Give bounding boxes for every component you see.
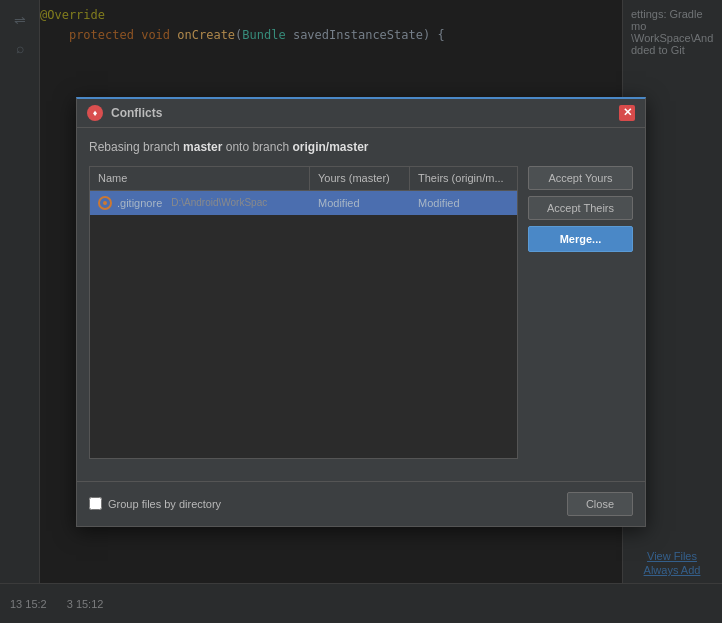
dialog-content: Name Yours (master) Theirs (origin/m... …	[89, 166, 633, 459]
dialog-title-left: ♦ Conflicts	[87, 105, 162, 121]
th-yours: Yours (master)	[310, 167, 410, 190]
dialog-titlebar: ♦ Conflicts ✕	[77, 99, 645, 128]
file-name: .gitignore	[117, 197, 162, 209]
file-path: D:\Android\WorkSpac	[171, 197, 267, 208]
accept-theirs-button[interactable]: Accept Theirs	[528, 196, 633, 220]
dialog-body: Rebasing branch master onto branch origi…	[77, 128, 645, 471]
dialog-title-text: Conflicts	[111, 106, 162, 120]
accept-yours-button[interactable]: Accept Yours	[528, 166, 633, 190]
conflicts-dialog: ♦ Conflicts ✕ Rebasing branch master ont…	[76, 97, 646, 527]
modal-overlay: ♦ Conflicts ✕ Rebasing branch master ont…	[0, 0, 722, 623]
th-name: Name	[90, 167, 310, 190]
desc-middle: onto branch	[222, 140, 292, 154]
table-header: Name Yours (master) Theirs (origin/m...	[90, 167, 517, 191]
close-dialog-button[interactable]: Close	[567, 492, 633, 516]
td-theirs-value: Modified	[410, 194, 517, 212]
action-buttons: Accept Yours Accept Theirs Merge...	[528, 166, 633, 459]
group-files-checkbox-group: Group files by directory	[89, 497, 221, 510]
merge-button[interactable]: Merge...	[528, 226, 633, 252]
branch-yours: master	[183, 140, 222, 154]
desc-prefix: Rebasing branch	[89, 140, 183, 154]
dialog-footer: Group files by directory Close	[77, 481, 645, 526]
conflict-file-icon	[98, 196, 112, 210]
table-body: .gitignore D:\Android\WorkSpac Modified …	[90, 191, 517, 458]
dialog-description: Rebasing branch master onto branch origi…	[89, 140, 633, 154]
file-table-container: Name Yours (master) Theirs (origin/m... …	[89, 166, 518, 459]
td-name: .gitignore D:\Android\WorkSpac	[90, 193, 310, 213]
branch-theirs: origin/master	[292, 140, 368, 154]
git-icon: ♦	[87, 105, 103, 121]
group-files-label: Group files by directory	[108, 498, 221, 510]
dialog-close-x-button[interactable]: ✕	[619, 105, 635, 121]
th-theirs: Theirs (origin/m...	[410, 167, 518, 190]
group-files-checkbox[interactable]	[89, 497, 102, 510]
td-yours-value: Modified	[310, 194, 410, 212]
table-row[interactable]: .gitignore D:\Android\WorkSpac Modified …	[90, 191, 517, 215]
